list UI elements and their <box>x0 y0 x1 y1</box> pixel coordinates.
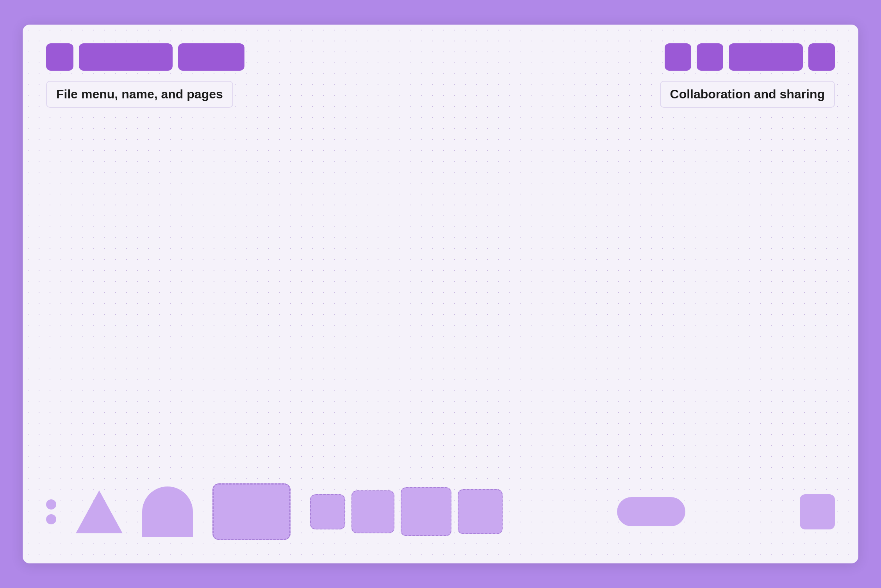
label-collaboration: Collaboration and sharing <box>660 81 835 108</box>
label-collaboration-text: Collaboration and sharing <box>670 87 825 101</box>
toolbar-left-group <box>46 43 244 71</box>
shape-arch <box>142 486 193 537</box>
label-file-menu: File menu, name, and pages <box>46 81 233 108</box>
shape-rect-large <box>212 483 291 540</box>
shape-rect-medium <box>351 490 394 533</box>
toolbar-btn-square-4[interactable] <box>808 43 835 71</box>
dot-bottom <box>46 514 56 524</box>
label-file-menu-text: File menu, name, and pages <box>56 87 223 101</box>
shape-rect-large-2 <box>401 487 451 536</box>
shape-pill <box>617 497 685 526</box>
shape-triangle <box>76 490 123 533</box>
shape-group-rects <box>310 487 503 536</box>
toolbar-btn-wide[interactable] <box>79 43 173 71</box>
dot-top <box>46 499 56 510</box>
toolbar-btn-square-2[interactable] <box>665 43 691 71</box>
toolbar-btn-medium[interactable] <box>178 43 244 71</box>
shape-rect-small <box>310 494 345 529</box>
toolbar-right-group <box>665 43 835 71</box>
toolbar-btn-square-3[interactable] <box>697 43 723 71</box>
toolbar-btn-medium-right[interactable] <box>729 43 803 71</box>
toolbar-btn-square-1[interactable] <box>46 43 73 71</box>
top-toolbar <box>46 43 835 71</box>
shape-small-square <box>800 494 835 529</box>
bottom-toolbar <box>46 483 835 540</box>
shape-rect-xlarge <box>458 489 503 534</box>
shape-dots <box>46 499 56 524</box>
main-canvas: File menu, name, and pages Collaboration… <box>23 25 858 563</box>
